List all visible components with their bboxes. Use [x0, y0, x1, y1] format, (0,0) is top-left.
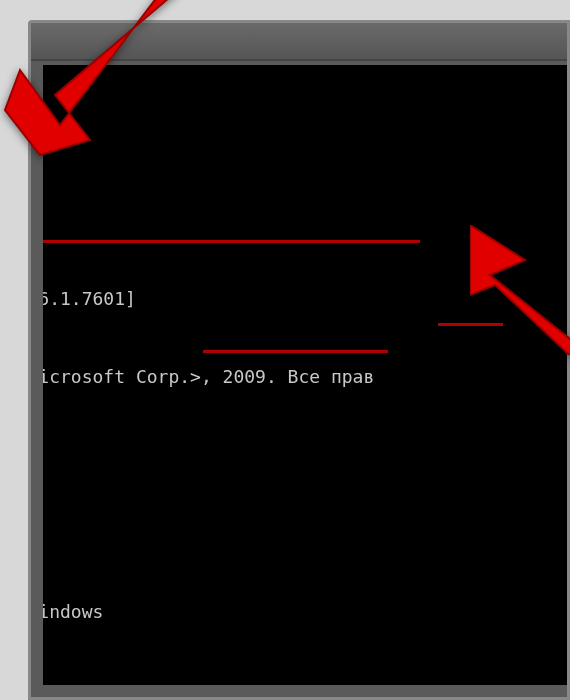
- terminal-blank: [43, 442, 519, 468]
- svg-marker-0: [5, 0, 190, 155]
- terminal-line-copyright: т .icrosoft Corp.>, 2009. Все прав: [43, 364, 519, 390]
- annotation-arrow-top: [0, 0, 190, 160]
- annotation-arrow-right: [470, 225, 570, 355]
- terminal-blank: [43, 521, 519, 547]
- terminal-line-version: ion 6.1.7601]: [43, 286, 519, 312]
- terminal-line-windows: ля Windows: [43, 599, 519, 625]
- highlight-underline-adapter: [43, 240, 420, 243]
- svg-marker-1: [470, 225, 570, 355]
- terminal-blank: [43, 677, 519, 685]
- highlight-underline-gateway: [203, 350, 388, 353]
